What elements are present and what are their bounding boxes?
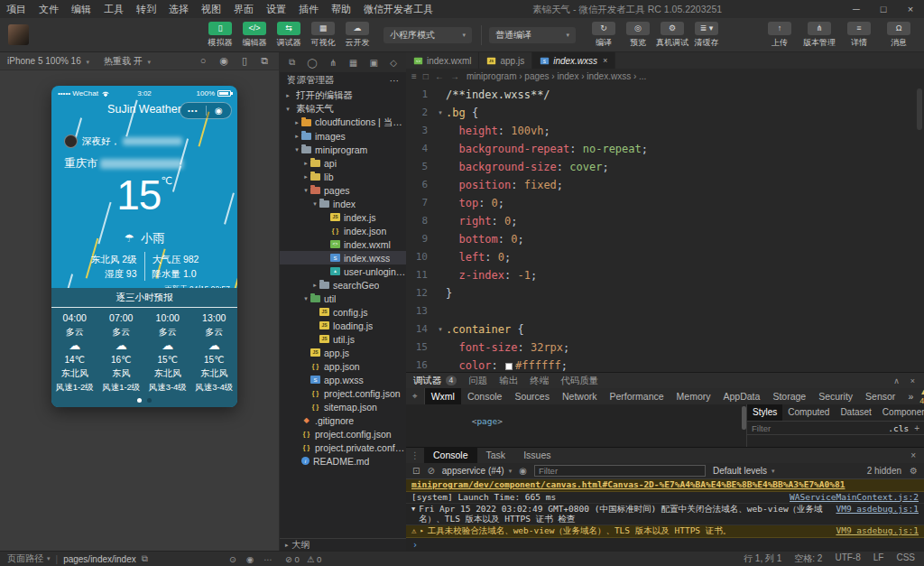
panel-tab[interactable]: 调试器 4: [413, 375, 457, 387]
close-button[interactable]: ×: [897, 0, 924, 18]
eye-icon[interactable]: ◉: [519, 466, 527, 476]
tree-item[interactable]: sitemap.json: [280, 400, 406, 413]
menu-item[interactable]: 项目: [0, 3, 32, 16]
tree-item[interactable]: ▸ 打开的编辑器: [280, 88, 406, 102]
breadcrumb-tool-icon[interactable]: ←: [435, 71, 444, 81]
source-link[interactable]: WAServiceMainContext.js:2: [790, 493, 919, 503]
tree-item[interactable]: .gitignore: [280, 413, 406, 427]
styles-tab[interactable]: Computed: [782, 404, 835, 421]
minimize-button[interactable]: ─: [843, 0, 870, 18]
wxml-scrollbar[interactable]: [742, 406, 746, 430]
tree-item[interactable]: ▸ lib: [280, 170, 406, 183]
close-icon[interactable]: ×: [910, 450, 924, 460]
fold-icon[interactable]: [435, 302, 446, 320]
status-item[interactable]: UTF-8: [835, 552, 860, 565]
console-tab[interactable]: Task: [477, 448, 515, 463]
publish-action-button[interactable]: ⋔ 版本管理: [799, 22, 839, 49]
panel-tab[interactable]: 输出: [499, 375, 518, 387]
panel-tab[interactable]: 问题: [468, 375, 487, 387]
breadcrumb-path[interactable]: miniprogram › pages › index › index.wxss…: [467, 71, 647, 81]
fold-icon[interactable]: [435, 140, 446, 158]
menu-item[interactable]: 选择: [162, 3, 195, 16]
tree-item[interactable]: app.js: [280, 346, 406, 359]
view-toggle-button[interactable]: </> 编辑器: [237, 22, 272, 49]
simulator-tool-icon[interactable]: ⧉: [261, 55, 268, 67]
breadcrumb-tool-icon[interactable]: →: [450, 71, 459, 81]
tree-item[interactable]: app.wxss: [280, 373, 406, 386]
tree-item[interactable]: user-unlogin.png: [280, 264, 406, 278]
fold-icon[interactable]: ▾: [435, 320, 446, 339]
explorer-tool-icon[interactable]: ▦: [349, 58, 357, 68]
tree-item[interactable]: config.js: [280, 305, 406, 319]
code-area[interactable]: 1 /**index.wxss**/ 2 ▾ .bg { 3 height: 1…: [406, 83, 924, 372]
console-tab[interactable]: Issues: [514, 448, 559, 463]
devtools-tab[interactable]: Sensor: [859, 388, 901, 404]
devtools-tab[interactable]: Network: [556, 388, 604, 404]
fold-icon[interactable]: [435, 212, 446, 230]
panel-tab[interactable]: 代码质量: [560, 375, 598, 387]
explorer-tool-icon[interactable]: ▣: [370, 58, 378, 68]
editor-scrollbar[interactable]: [917, 88, 922, 130]
explorer-tool-icon[interactable]: ◇: [390, 58, 397, 68]
styles-tab[interactable]: Component Data: [877, 404, 924, 421]
context-select[interactable]: appservice (#4) ▾: [442, 466, 512, 476]
styles-tab[interactable]: Styles: [747, 404, 782, 421]
collapse-icon[interactable]: ∧: [893, 376, 900, 385]
console-filter-input[interactable]: [534, 465, 706, 477]
tree-item[interactable]: project.private.config.js...: [280, 441, 406, 454]
editor-tab[interactable]: index.wxml: [406, 52, 479, 69]
device-select[interactable]: iPhone 5 100% 16 ▾: [7, 56, 89, 66]
view-toggle-button[interactable]: ☁ 云开发: [340, 22, 374, 49]
simulator-tool-icon[interactable]: ○: [200, 55, 207, 67]
publish-action-button[interactable]: ≡ 详情: [839, 22, 879, 49]
devtools-tab[interactable]: Sources: [508, 388, 556, 404]
warning-count[interactable]: ▲ 4: [919, 387, 924, 405]
log-levels-select[interactable]: Default levels ▾: [713, 466, 775, 476]
user-avatar[interactable]: [8, 24, 29, 45]
tree-item[interactable]: app.json: [280, 359, 406, 373]
publish-action-button[interactable]: Ω 消息: [879, 22, 919, 49]
fold-icon[interactable]: [435, 122, 446, 140]
problem-counts[interactable]: ⊘ 0 ⚠ 0: [285, 554, 321, 564]
tree-item[interactable]: ▾ util: [280, 292, 406, 305]
tree-item[interactable]: ▾ index: [280, 197, 406, 210]
compile-action-button[interactable]: ↻ 编译: [587, 22, 621, 49]
wxml-tree-pane[interactable]: <page> <view class="bg" style="backgroun…: [406, 404, 746, 448]
explorer-tool-icon[interactable]: ◯: [307, 58, 317, 68]
devtools-tab[interactable]: Security: [812, 388, 859, 404]
inspect-element-icon[interactable]: ⌖: [406, 388, 425, 404]
close-capsule-button[interactable]: ◉: [207, 106, 232, 116]
console-tab[interactable]: Console: [424, 448, 477, 463]
styles-filter-input[interactable]: [747, 423, 888, 433]
drag-handle-icon[interactable]: ⋮: [406, 450, 424, 460]
tree-item[interactable]: index.wxml: [280, 237, 406, 251]
console-prompt[interactable]: ›: [406, 538, 924, 552]
view-toggle-button[interactable]: ▦ 可视化: [306, 22, 340, 49]
devtools-tab[interactable]: Storage: [766, 388, 812, 404]
publish-action-button[interactable]: ↑ 上传: [760, 22, 799, 49]
fold-icon[interactable]: [435, 230, 446, 248]
fold-icon[interactable]: ▾: [435, 104, 446, 122]
menu-item[interactable]: 帮助: [325, 3, 357, 16]
editor-tab[interactable]: app.js: [479, 52, 532, 69]
menu-item[interactable]: 编辑: [65, 3, 97, 16]
status-item[interactable]: 行 1, 列 1: [744, 552, 781, 565]
top-frame-icon[interactable]: ⊡: [412, 466, 420, 476]
devtools-tab[interactable]: AppData: [717, 388, 767, 404]
tree-item[interactable]: index.js: [280, 210, 406, 224]
menu-item[interactable]: 工具: [97, 3, 130, 16]
fold-icon[interactable]: [435, 176, 446, 194]
editor-tab[interactable]: index.wxss ×: [532, 52, 615, 69]
fold-icon[interactable]: [435, 284, 446, 302]
menu-item[interactable]: 视图: [195, 3, 227, 16]
expand-arrow-icon[interactable]: ▼: [411, 505, 415, 515]
source-link[interactable]: VM9 asdebug.js:1: [836, 526, 919, 536]
clear-console-icon[interactable]: ⊘: [427, 466, 434, 476]
tree-item[interactable]: project.config.json: [280, 427, 406, 441]
devtools-tab[interactable]: Performance: [603, 388, 670, 404]
menu-item[interactable]: 微信开发者工具: [357, 3, 439, 16]
simulator-tool-icon[interactable]: ▯: [242, 55, 247, 67]
phone-screen[interactable]: ••••• WeChat 3:02 100% SuJin Weather •••…: [51, 86, 237, 407]
menu-item[interactable]: 设置: [260, 3, 292, 16]
devtools-tab[interactable]: »: [901, 388, 919, 404]
